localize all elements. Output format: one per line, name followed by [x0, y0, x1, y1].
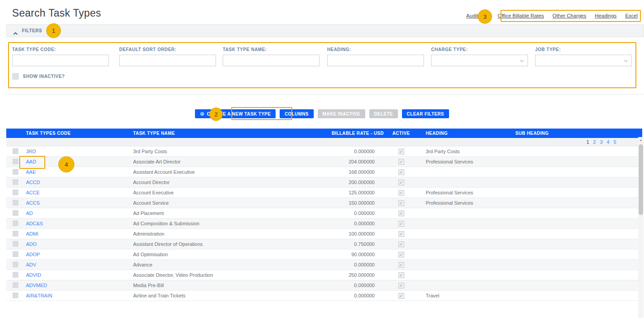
row-checkbox[interactable] [13, 262, 18, 267]
task-code-link[interactable]: ACCE [26, 190, 40, 195]
active-checkbox[interactable]: ✓ [398, 159, 404, 165]
task-code-link[interactable]: ACCS [26, 200, 40, 206]
header-link-audit-trail[interactable]: Audit Trail [466, 13, 489, 18]
task-code-link[interactable]: AAE [26, 169, 36, 175]
row-checkbox[interactable] [13, 169, 18, 175]
clear-filters-button[interactable]: CLEAR FILTERS [402, 109, 449, 118]
toolbar: ⊕ CREATE A NEW TASK TYPE COLUMNS MAKE IN… [0, 109, 644, 118]
row-checkbox[interactable] [13, 189, 18, 195]
active-checkbox[interactable]: ✓ [398, 221, 404, 227]
show-inactive-checkbox[interactable] [12, 73, 19, 80]
task-code-link[interactable]: ADO [26, 241, 37, 247]
scrollbar-thumb[interactable] [639, 144, 643, 215]
scroll-up-icon[interactable]: ▲ [638, 137, 644, 143]
filter-input-heading[interactable] [327, 55, 424, 66]
active-checkbox[interactable]: ✓ [398, 169, 404, 175]
billable-rate: 0.000000 [332, 221, 381, 226]
task-code-link[interactable]: AD [26, 211, 33, 216]
row-checkbox[interactable] [13, 148, 18, 154]
task-code-link[interactable]: ADC&S [26, 221, 43, 226]
task-code-link[interactable]: ADOP [26, 252, 40, 257]
task-type-name: Ad Optimisation [133, 252, 332, 257]
task-code-link[interactable]: ADV [26, 262, 36, 267]
page-link-2[interactable]: 2 [593, 139, 596, 145]
column-sub-heading[interactable]: SUB HEADING [515, 131, 642, 136]
billable-rate: 100.000000 [332, 231, 381, 236]
column-task-types-code[interactable]: TASK TYPES CODE [26, 131, 133, 136]
column-active[interactable]: ACTIVE [381, 131, 421, 136]
column-task-type-name[interactable]: TASK TYPE NAME [133, 131, 332, 136]
row-checkbox[interactable] [13, 179, 18, 185]
filter-field-task-type-name: TASK TYPE NAME: [223, 47, 320, 66]
active-checkbox[interactable]: ✓ [398, 272, 404, 278]
table-row: 3RD 3rd Party Costs 0.000000 ✓ 3rd Party… [6, 146, 642, 157]
row-checkbox[interactable] [13, 251, 18, 257]
active-checkbox[interactable]: ✓ [398, 180, 404, 185]
row-checkbox[interactable] [13, 292, 18, 298]
active-checkbox[interactable]: ✓ [398, 283, 404, 288]
task-type-name: Account Director [133, 180, 332, 185]
active-checkbox[interactable]: ✓ [398, 190, 404, 196]
chevron-down-icon [623, 59, 628, 63]
heading-value: Professional Services [421, 159, 515, 164]
active-checkbox[interactable]: ✓ [398, 241, 404, 247]
filters-panel: TASK TYPE CODE:DEFAULT SORT ORDER:TASK T… [6, 37, 644, 95]
active-checkbox[interactable]: ✓ [398, 262, 404, 268]
row-checkbox[interactable] [13, 220, 18, 226]
header-links: Audit TrailOffice Billable RatesOther Ch… [466, 13, 638, 18]
header-link-office-billable-rates[interactable]: Office Billable Rates [498, 13, 544, 18]
filter-select-charge-type[interactable] [431, 55, 528, 66]
filter-input-task-type-name[interactable] [223, 55, 320, 66]
page-link-5[interactable]: 5 [614, 139, 616, 145]
page-link-4[interactable]: 4 [607, 139, 609, 145]
create-task-type-button[interactable]: ⊕ CREATE A NEW TASK TYPE [195, 109, 276, 118]
page-link-3[interactable]: 3 [600, 139, 603, 145]
billable-rate: 0.750000 [332, 241, 381, 247]
row-checkbox[interactable] [13, 241, 18, 247]
filters-section-label: FILTERS [22, 28, 42, 33]
row-checkbox[interactable] [13, 200, 18, 206]
filters-section-toggle[interactable]: FILTERS [6, 24, 644, 37]
billable-rate: 150.000000 [332, 200, 381, 206]
column-heading[interactable]: HEADING [421, 131, 515, 136]
row-checkbox[interactable] [13, 159, 18, 164]
row-checkbox[interactable] [13, 272, 18, 278]
page-link-1[interactable]: 1 [586, 139, 589, 145]
active-checkbox[interactable]: ✓ [398, 149, 404, 155]
filter-select-job-type[interactable] [535, 55, 632, 66]
filter-input-default-sort-order[interactable] [119, 55, 216, 66]
active-checkbox[interactable]: ✓ [398, 293, 404, 299]
billable-rate: 90.000000 [332, 252, 381, 257]
active-checkbox[interactable]: ✓ [398, 252, 404, 258]
header-link-other-charges[interactable]: Other Charges [553, 13, 586, 18]
filter-label: CHARGE TYPE: [431, 47, 528, 52]
row-checkbox[interactable] [13, 210, 18, 216]
show-inactive-toggle[interactable]: SHOW INACTIVE? [12, 73, 65, 80]
active-checkbox[interactable]: ✓ [398, 231, 404, 237]
task-code-link[interactable]: AAD [26, 159, 36, 164]
table-row: AAE Assistant Account Executive 168.0000… [6, 167, 642, 177]
header-link-excel[interactable]: Excel [625, 13, 638, 18]
delete-button[interactable]: DELETE [369, 109, 398, 118]
filter-label: DEFAULT SORT ORDER: [119, 47, 216, 52]
row-checkbox[interactable] [13, 282, 18, 288]
task-code-link[interactable]: ACCD [26, 180, 40, 185]
task-code-link[interactable]: ADMI [26, 231, 39, 236]
active-checkbox[interactable]: ✓ [398, 200, 404, 206]
vertical-scrollbar[interactable]: ▲ [638, 137, 644, 318]
task-type-name: Ad Placement [133, 211, 332, 216]
table-row: ADC&S Ad Composition & Submission 0.0000… [6, 219, 642, 229]
table-row: AIR&TRAIN Airline and Train Tickets 0.00… [6, 291, 642, 301]
task-code-link[interactable]: ADVID [26, 272, 41, 278]
active-checkbox[interactable]: ✓ [398, 211, 404, 216]
task-code-link[interactable]: ADVMED [26, 283, 47, 288]
make-inactive-button[interactable]: MAKE INACTIVE [318, 109, 365, 118]
task-code-link[interactable]: AIR&TRAIN [26, 293, 52, 298]
columns-button[interactable]: COLUMNS [280, 109, 313, 118]
row-checkbox[interactable] [13, 231, 18, 236]
filter-input-task-type-code[interactable] [12, 55, 109, 66]
column-billable-rate[interactable]: BILLABLE RATE - USD [332, 131, 381, 136]
task-type-name: Advance [133, 262, 332, 267]
task-code-link[interactable]: 3RD [26, 149, 36, 154]
header-link-headings[interactable]: Headings [595, 13, 617, 18]
